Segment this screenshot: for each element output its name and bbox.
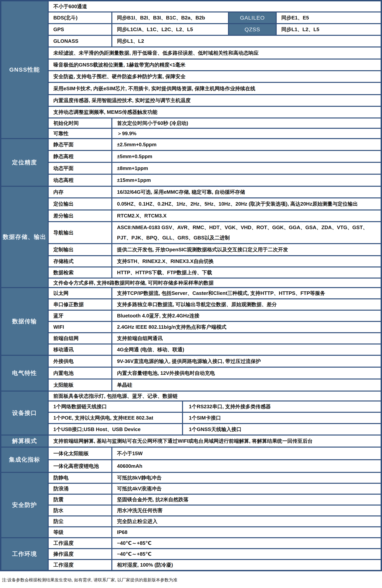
spec-row: 外接供电9V-36V直流电源的输入, 提供两路电源输入接口, 带过压过流保护 <box>49 356 381 367</box>
spec-row: 导航输出ASCII:NMEA-0183 GSV、AVR、RMC、HDT、VGK、… <box>49 222 381 243</box>
spec-row: 防浪涌可抵抗4kV浪涌冲击 <box>49 484 381 494</box>
spec-key-cell: 差分输出 <box>49 210 111 221</box>
spec-key-cell: 防静电 <box>49 473 111 483</box>
spec-row: 噪音极低的GNSS载波相位测量, 1赫兹带宽内的精度<1毫米 <box>49 60 381 70</box>
spec-key-cell: 静态高程 <box>49 151 111 162</box>
spec-key-cell: 存储格式 <box>49 256 111 267</box>
spec-text-cell: 支持动态调整监测频率, MEMS传感器触发功能 <box>49 107 381 118</box>
spec-value-cell: −40℃～+85℃ <box>112 538 381 548</box>
section-rows: 一体化太阳能板不小于15W一体化高密度锂电池40600mAh <box>49 448 381 472</box>
spec-row: GPS同步L1C/A、L1C、L2C、L2、L5QZSS同步L1、L2、L5 <box>49 24 381 35</box>
spec-key-cell: 定制输出 <box>49 244 111 255</box>
spec-row: 工作湿度相对湿度, 100% (防冷凝) <box>49 560 381 570</box>
spec-row: 蓝牙Bluetooth 4.0蓝牙, 支持2.4GHz连接 <box>49 311 381 321</box>
footer-note: 注:设备参数会根据检测结果发生变动, 如有需求, 请联系厂家, 以厂家提供的最新… <box>0 571 382 583</box>
section-label: GNSS性能 <box>1 1 48 138</box>
spec-key-cell: 动态高程 <box>49 175 111 186</box>
spec-text-cell: 文件命令方式多样, 支持8路数据同时存储, 可同时存储多种采样率的数据 <box>49 278 381 287</box>
spec-key-cell: 串口修正数据 <box>49 299 111 310</box>
section-label: 集成化指标 <box>1 448 48 472</box>
spec-key-cell: 内存 <box>49 187 111 197</box>
spec-value-cell: ASCII:NMEA-0183 GSV、AVR、RMC、HDT、VGK、VHD、… <box>112 222 381 243</box>
spec-value-cell: 同步B1I、B2I、B3I、B1C、B2a、B2b <box>112 12 228 23</box>
spec-value-cell: 支持TCP/IP数据流, 包括Server、Caster和Client三种模式,… <box>112 288 381 298</box>
spec-value-cell: 9V-36V直流电源的输入, 提供两路电源输入接口, 带过压过流保护 <box>112 356 381 367</box>
spec-row: 内存16/32/64G可选, 采用eMMC存储, 稳定可靠, 自动循环存储 <box>49 187 381 197</box>
spec-row: 未经滤波、未平滑的伪距测量数据, 用于低噪音、低多路径误差、低时域相关性和高动态… <box>49 47 381 59</box>
section-rows: 不小于600通道BDS(北斗)同步B1I、B2I、B3I、B1C、B2a、B2b… <box>49 1 381 138</box>
spec-value-cell: 同步L1、L2、L5 <box>277 24 381 35</box>
section-rows: 静态平面±2.5mm+0.5ppm静态高程±5mm+0.5ppm动态平面±8mm… <box>49 139 381 186</box>
spec-row: 前端自组网支持前端自组网通讯 <box>49 333 381 343</box>
section-rows: 外接供电9V-36V直流电源的输入, 提供两路电源输入接口, 带过压过流保护内置… <box>49 356 381 391</box>
spec-key-cell: 内置电池 <box>49 368 111 378</box>
spec-row: 防静电可抵抗8kV静电冲击 <box>49 473 381 483</box>
spec-value-cell: 可抵抗4kV浪涌冲击 <box>112 484 381 494</box>
spec-value-cell: IP68 <box>112 527 381 537</box>
spec-section-2: 数据存储、输出内存16/32/64G可选, 采用eMMC存储, 稳定可靠, 自动… <box>1 187 381 287</box>
spec-key-cell: 导航输出 <box>49 222 111 243</box>
spec-row: 静态平面±2.5mm+0.5ppm <box>49 139 381 150</box>
spec-value-cell: 4G全网通 (电信、移动、联通) <box>112 344 381 355</box>
spec-key-cell: 数据检索 <box>49 268 111 277</box>
spec-key-cell: 工作温度 <box>49 538 111 548</box>
spec-row: 差分输出RTCM2.X、RTCM3.X <box>49 210 381 221</box>
section-label: 定位精度 <box>1 139 48 186</box>
spec-key-cell: 动态平面 <box>49 163 111 174</box>
spec-value-cell: 首次定位时间小于60秒 (冷启动) <box>112 118 381 128</box>
spec-port-cell: 1个SIM卡接口 <box>183 413 381 423</box>
spec-value-cell: 支持前端自组网通讯 <box>112 333 381 343</box>
spec-key-cell: 可靠性 <box>49 129 111 138</box>
spec-subheader-cell: QZSS <box>229 24 276 35</box>
spec-row: 动态高程±15mm+1ppm <box>49 175 381 186</box>
spec-key-cell: 防水 <box>49 505 111 515</box>
spec-section-0: GNSS性能不小于600通道BDS(北斗)同步B1I、B2I、B3I、B1C、B… <box>1 1 381 138</box>
spec-row: 静态高程±5mm+0.5ppm <box>49 151 381 162</box>
spec-key-cell: 前端自组网 <box>49 333 111 343</box>
spec-row: 太阳能板单晶硅 <box>49 379 381 391</box>
spec-row: BDS(北斗)同步B1I、B2I、B3I、B1C、B2a、B2bGALILEO同… <box>49 12 381 23</box>
section-label: 数据传输 <box>1 288 48 355</box>
spec-value-cell: 坚固镁合金外壳, 抗2米自然跌落 <box>112 495 381 504</box>
section-label: 解算模式 <box>1 436 48 447</box>
spec-value-cell: 完全防止粉尘进入 <box>112 516 381 526</box>
spec-port-cell: 1个RS232串口, 支持外接多类传感器 <box>183 401 381 412</box>
spec-row: 支持动态调整监测频率, MEMS传感器触发功能 <box>49 107 381 118</box>
spec-key-cell: 移动通讯 <box>49 344 111 355</box>
spec-table: GNSS性能不小于600通道BDS(北斗)同步B1I、B2I、B3I、B1C、B… <box>0 0 382 571</box>
spec-value-cell: 提供二次开发包, 开放OpenSIC观测数据格式以及交互接口定义用于二次开发 <box>112 244 381 255</box>
spec-section-1: 定位精度静态平面±2.5mm+0.5ppm静态高程±5mm+0.5ppm动态平面… <box>1 139 381 186</box>
spec-port-cell: 1个USB接口;USB Host、USB Device <box>49 424 182 435</box>
spec-value-cell: ±5mm+0.5ppm <box>112 151 381 162</box>
spec-row: 存储格式支持STH、RINEX2.X、RINEX3.X自由切换 <box>49 256 381 267</box>
spec-value-cell: 相对湿度, 100% (防冷凝) <box>112 560 381 570</box>
spec-row: 操作温度−40℃～+85℃ <box>49 549 381 559</box>
spec-key-cell: BDS(北斗) <box>49 12 111 23</box>
spec-value-cell: ＞99.9% <box>112 129 381 138</box>
spec-row: 内置温度传感器, 采用智能温控技术, 实时监控与调节主机温度 <box>49 95 381 106</box>
spec-key-cell: 定位输出 <box>49 198 111 210</box>
section-rows: 支持前端组网解算, 基站与监测站可在无公网环境下通过WIFI或电台局域网进行前端… <box>49 436 381 447</box>
spec-value-cell: −40℃～+85℃ <box>112 549 381 559</box>
spec-value-cell: Bluetooth 4.0蓝牙, 支持2.4GHz连接 <box>112 311 381 321</box>
spec-row: 1个POE, 支持以太网供电, 支持IEEE 802.3at1个SIM卡接口 <box>49 413 381 423</box>
spec-row: 防尘完全防止粉尘进入 <box>49 516 381 526</box>
spec-row: 防震坚固镁合金外壳, 抗2米自然跌落 <box>49 495 381 504</box>
spec-row: 支持前端组网解算, 基站与监测站可在无公网环境下通过WIFI或电台局域网进行前端… <box>49 436 381 447</box>
spec-row: 安全防盗, 支持电子围栏、硬件防盗多种防护方案, 保障安全 <box>49 71 381 82</box>
spec-key-cell: 一体化高密度锂电池 <box>49 460 111 472</box>
section-rows: 以太网支持TCP/IP数据流, 包括Server、Caster和Client三种… <box>49 288 381 355</box>
spec-key-cell: 操作温度 <box>49 549 111 559</box>
spec-key-cell: 防震 <box>49 495 111 504</box>
spec-value-cell: 0.05HZ、0.1HZ、0.2HZ、1Hz、2Hz、5Hz、10Hz、20Hz… <box>112 198 381 210</box>
spec-row: 可靠性＞99.9% <box>49 129 381 138</box>
spec-value-cell: 同步E1、E5 <box>277 12 381 23</box>
spec-value-cell: ±2.5mm+0.5ppm <box>112 139 381 150</box>
spec-key-cell: 防浪涌 <box>49 484 111 494</box>
spec-value-cell: 不小于15W <box>112 448 381 459</box>
spec-section-4: 电气特性外接供电9V-36V直流电源的输入, 提供两路电源输入接口, 带过压过流… <box>1 356 381 391</box>
section-rows: 防静电可抵抗8kV静电冲击防浪涌可抵抗4kV浪涌冲击防震坚固镁合金外壳, 抗2米… <box>49 473 381 537</box>
spec-row: 数据检索HTTP、HTTPS下载、FTP数据上传、下载 <box>49 268 381 277</box>
spec-text-cell: 噪音极低的GNSS载波相位测量, 1赫兹带宽内的精度<1毫米 <box>49 60 381 70</box>
spec-key-cell: 一体化太阳能板 <box>49 448 111 459</box>
